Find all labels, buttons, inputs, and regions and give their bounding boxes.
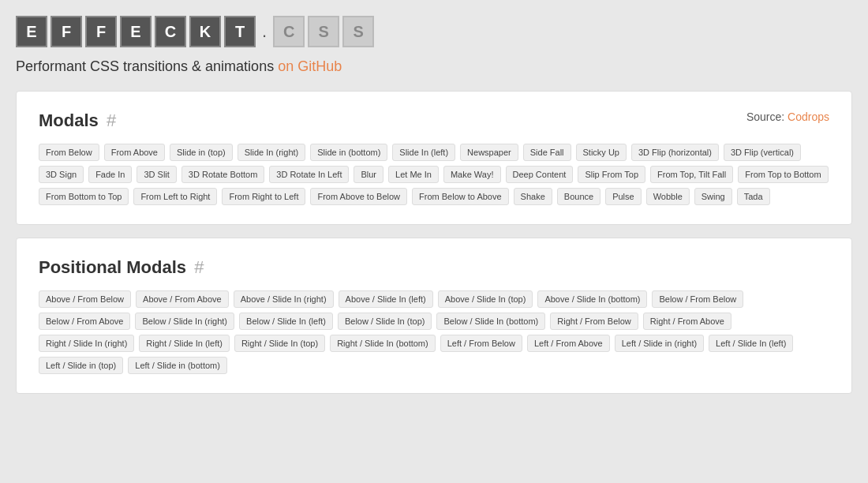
tag-button[interactable]: From Below to Above <box>412 188 509 205</box>
tag-button[interactable]: 3D Flip (vertical) <box>724 144 801 161</box>
tag-button[interactable]: Right / Slide In (top) <box>234 335 325 352</box>
tag-button[interactable]: From Bottom to Top <box>39 188 129 205</box>
logo-letter-k: K <box>189 16 221 47</box>
positional-modals-section: Positional Modals # Above / From BelowAb… <box>16 238 852 394</box>
tag-button[interactable]: From Left to Right <box>133 188 217 205</box>
tag-button[interactable]: 3D Slit <box>137 166 176 183</box>
tag-button[interactable]: Right / From Below <box>550 313 638 330</box>
logo-letter-c1: C <box>155 16 186 47</box>
tag-button[interactable]: Shake <box>514 188 552 205</box>
tag-button[interactable]: Blur <box>354 166 383 183</box>
tagline: Performant CSS transitions & animations … <box>16 58 852 75</box>
github-link[interactable]: on GitHub <box>278 58 342 74</box>
tag-button[interactable]: Fade In <box>88 166 132 183</box>
tag-button[interactable]: Right / Slide In (right) <box>39 335 134 352</box>
tag-button[interactable]: Slide In (right) <box>238 144 305 161</box>
tag-button[interactable]: 3D Rotate Bottom <box>181 166 264 183</box>
logo-row: E F F E C K T . C S S <box>16 16 852 47</box>
tag-button[interactable]: Left / From Above <box>527 335 610 352</box>
tag-button[interactable]: Pulse <box>605 188 642 205</box>
tag-button[interactable]: Above / From Above <box>136 290 229 308</box>
tag-button[interactable]: From Above <box>104 144 165 161</box>
source-label: Source: Codrops <box>746 110 829 123</box>
tag-button[interactable]: Left / Slide In (left) <box>709 335 793 352</box>
tag-button[interactable]: Tada <box>737 188 770 205</box>
tag-button[interactable]: Below / From Above <box>39 313 130 330</box>
tag-button[interactable]: Below / Slide In (bottom) <box>436 313 545 330</box>
tag-button[interactable]: Swing <box>694 188 732 205</box>
logo-letter-s2: S <box>342 16 374 47</box>
logo-letter-f1: F <box>51 16 82 47</box>
tag-button[interactable]: Slide in (top) <box>170 144 233 161</box>
codrops-link[interactable]: Codrops <box>788 110 829 123</box>
tag-button[interactable]: Deep Content <box>506 166 574 183</box>
tag-button[interactable]: Side Fall <box>523 144 571 161</box>
tag-button[interactable]: Right / Slide In (bottom) <box>330 335 436 352</box>
logo-letter-s1: S <box>308 16 339 47</box>
positional-tags: Above / From BelowAbove / From AboveAbov… <box>39 290 829 374</box>
logo-letter-f2: F <box>85 16 117 47</box>
modals-title: Modals # <box>39 110 829 131</box>
tag-button[interactable]: Left / From Below <box>440 335 522 352</box>
tag-button[interactable]: From Right to Left <box>222 188 305 205</box>
tag-button[interactable]: Left / Slide in (right) <box>615 335 704 352</box>
tag-button[interactable]: Left / Slide in (bottom) <box>128 357 227 374</box>
tag-button[interactable]: Above / Slide In (bottom) <box>537 290 647 308</box>
positional-modals-title: Positional Modals # <box>39 257 829 278</box>
modals-hash: # <box>107 110 116 130</box>
tag-button[interactable]: Below / Slide In (top) <box>338 313 432 330</box>
logo-letter-t: T <box>224 16 256 47</box>
logo-dot: . <box>262 21 267 42</box>
tag-button[interactable]: Above / Slide In (left) <box>339 290 433 308</box>
tag-button[interactable]: Sticky Up <box>576 144 627 161</box>
tag-button[interactable]: Slide in (bottom) <box>310 144 387 161</box>
tag-button[interactable]: Slide In (left) <box>392 144 455 161</box>
logo-letter-e1: E <box>16 16 47 47</box>
tag-button[interactable]: Above / Slide In (top) <box>438 290 533 308</box>
tag-button[interactable]: Slip From Top <box>578 166 645 183</box>
tagline-text: Performant CSS transitions & animations <box>16 58 274 74</box>
logo-letter-e2: E <box>120 16 152 47</box>
tag-button[interactable]: Right / Slide In (left) <box>139 335 230 352</box>
tag-button[interactable]: Above / Slide In (right) <box>234 290 334 308</box>
tag-button[interactable]: Below / Slide In (right) <box>135 313 234 330</box>
tag-button[interactable]: Above / From Below <box>39 290 131 308</box>
tag-button[interactable]: Left / Slide in (top) <box>39 357 123 374</box>
tag-button[interactable]: Below / From Below <box>652 290 743 308</box>
tag-button[interactable]: Make Way! <box>443 166 501 183</box>
tag-button[interactable]: From Above to Below <box>310 188 407 205</box>
tag-button[interactable]: 3D Sign <box>39 166 84 183</box>
tag-button[interactable]: Newspaper <box>460 144 518 161</box>
logo-letter-c2: C <box>273 16 305 47</box>
tag-button[interactable]: 3D Flip (horizontal) <box>631 144 719 161</box>
positional-hash: # <box>194 257 204 277</box>
tag-button[interactable]: From Below <box>39 144 99 161</box>
tag-button[interactable]: From Top to Bottom <box>738 166 828 183</box>
tag-button[interactable]: Below / Slide In (left) <box>239 313 333 330</box>
tag-button[interactable]: Right / From Above <box>643 313 731 330</box>
tag-button[interactable]: Bounce <box>557 188 600 205</box>
tag-button[interactable]: From Top, Tilt Fall <box>650 166 733 183</box>
tag-button[interactable]: Let Me In <box>388 166 439 183</box>
modals-tags: From BelowFrom AboveSlide in (top)Slide … <box>39 144 829 205</box>
tag-button[interactable]: Wobble <box>646 188 690 205</box>
modals-section: Source: Codrops Modals # From BelowFrom … <box>16 91 852 225</box>
tag-button[interactable]: 3D Rotate In Left <box>269 166 349 183</box>
